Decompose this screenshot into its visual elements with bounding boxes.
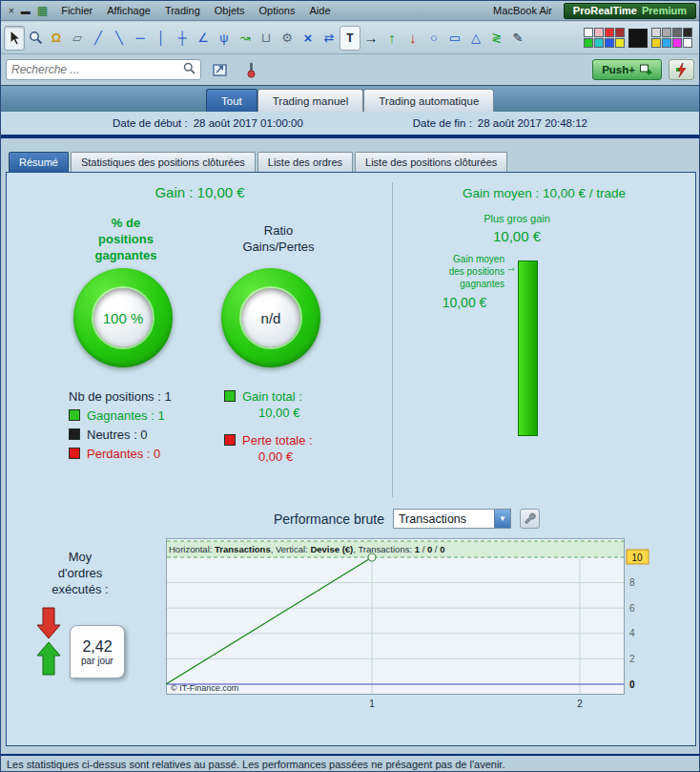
color-swatch[interactable] xyxy=(651,38,661,48)
menu-trading[interactable]: Trading xyxy=(165,5,200,16)
loss-total-swatch xyxy=(224,434,236,446)
tab-liste-ordres[interactable]: Liste des ordres xyxy=(257,152,353,172)
search-box[interactable] xyxy=(6,59,201,80)
alarm-bell-icon[interactable]: Ω xyxy=(46,26,67,51)
performance-chart: © IT-Finance.com 10 8 6 4 2 0 1 2 Horizo… xyxy=(166,538,654,721)
color-swatch[interactable] xyxy=(662,28,671,37)
trash-icon[interactable]: ⊔ xyxy=(256,26,277,51)
end-date: Date de fin : 28 août 2017 20:48:12 xyxy=(413,117,587,129)
push-button-label: Push+ xyxy=(602,64,635,75)
color-swatch[interactable] xyxy=(683,38,692,48)
chart-header-losses: 0 xyxy=(440,544,444,554)
rectangle-tool-icon[interactable]: ▭ xyxy=(444,26,465,51)
searchrow-right: Push+ xyxy=(592,59,694,80)
color-swatch[interactable] xyxy=(594,38,604,48)
pitchfork-icon[interactable]: ψ xyxy=(214,26,235,51)
xtick-1: 1 xyxy=(369,699,375,709)
gain-total-label: Gain total : xyxy=(242,389,302,404)
sell-arrow-icon[interactable]: ↓ xyxy=(402,26,423,51)
close-icon[interactable]: × xyxy=(9,6,14,16)
tools-icon[interactable]: ⚙ xyxy=(277,26,298,51)
ruler-icon[interactable]: ▱ xyxy=(67,26,88,51)
tab-trading-automatique[interactable]: Trading automatique xyxy=(363,89,494,112)
application-window: × ▬ ▦ Fichier Affichage Trading Objets O… xyxy=(0,0,700,772)
search-input[interactable] xyxy=(11,63,183,76)
average-gain-headline: Gain moyen : 10,00 € / trade xyxy=(393,186,695,200)
gain-total-value: 10,00 € xyxy=(224,406,367,425)
color-swatch[interactable] xyxy=(683,28,692,37)
horizontal-line-icon[interactable]: ─ xyxy=(130,26,151,51)
pointer-tool-icon[interactable] xyxy=(4,26,25,51)
fan-lines-icon[interactable]: ∠ xyxy=(193,26,214,51)
average-gain-label: Gain moyen : xyxy=(463,186,539,200)
menu-fichier[interactable]: Fichier xyxy=(61,5,93,16)
color-swatch[interactable] xyxy=(672,28,682,37)
biggest-gain-value: 10,00 € xyxy=(436,228,598,244)
cross-line-icon[interactable]: ┼ xyxy=(172,26,193,51)
crossed-arrows-icon[interactable]: × xyxy=(298,26,319,51)
active-color-swatch[interactable] xyxy=(628,29,648,48)
color-swatch[interactable] xyxy=(605,28,614,37)
menu-aide[interactable]: Aide xyxy=(309,5,330,16)
tab-resume[interactable]: Résumé xyxy=(9,152,69,172)
segment-icon[interactable]: ╲ xyxy=(109,26,130,51)
start-date-value: 28 août 2017 01:00:00 xyxy=(194,117,303,129)
connection-status-button[interactable] xyxy=(669,59,694,80)
color-swatch[interactable] xyxy=(662,38,671,48)
color-swatch[interactable] xyxy=(584,28,593,37)
arrow-annotation-icon[interactable]: → xyxy=(360,26,381,51)
chart-header-sep4: / xyxy=(432,544,440,554)
minimize-icon[interactable]: ▬ xyxy=(21,6,31,16)
text-tool-icon[interactable]: T xyxy=(340,26,360,51)
open-chart-window-icon[interactable] xyxy=(209,59,232,80)
menu-options[interactable]: Options xyxy=(259,5,296,16)
tab-statistiques-positions[interactable]: Statistiques des positions clôturées xyxy=(71,152,256,172)
push-window-icon xyxy=(640,64,652,75)
instrument-thermometer-icon[interactable] xyxy=(239,59,262,80)
chart-settings-button[interactable] xyxy=(520,509,540,529)
trendline-icon[interactable]: ╱ xyxy=(88,26,109,51)
color-swatch[interactable] xyxy=(615,38,625,48)
winning-pct-title: % de positions gagnantes xyxy=(31,215,221,263)
lightning-icon xyxy=(675,63,688,77)
zigzag-icon[interactable]: ≷ xyxy=(486,26,507,51)
tab-trading-manuel[interactable]: Trading manuel xyxy=(257,89,363,112)
price-pattern-icon[interactable]: ↝ xyxy=(235,26,256,51)
buy-arrow-icon[interactable]: ↑ xyxy=(381,26,402,51)
chart-header-v-value: Devise (€) xyxy=(310,544,353,554)
date-range-bar: Date de début : 28 août 2017 01:00:00 Da… xyxy=(1,112,699,138)
losers-text: Perdantes : 0 xyxy=(87,447,160,461)
menu-objets[interactable]: Objets xyxy=(215,5,245,16)
chevron-down-icon[interactable]: ▼ xyxy=(494,510,510,528)
brand-badge: ProRealTime Premium xyxy=(564,3,696,19)
zoom-icon[interactable] xyxy=(25,26,46,51)
avg-win-value: 10,00 € xyxy=(421,295,508,310)
menu-affichage[interactable]: Affichage xyxy=(107,5,151,16)
pencil-plus-icon[interactable]: ✎ xyxy=(507,26,528,51)
search-icon[interactable] xyxy=(183,61,196,78)
push-button[interactable]: Push+ xyxy=(592,59,662,80)
statusbar-text: Les statistiques ci-dessus sont relative… xyxy=(7,759,504,770)
winning-pct-gauge: 100 % xyxy=(73,268,173,367)
ellipse-tool-icon[interactable]: ○ xyxy=(423,26,444,51)
color-swatch[interactable] xyxy=(672,38,682,48)
tab-liste-positions[interactable]: Liste des positions clôturées xyxy=(355,152,507,172)
swap-arrows-icon[interactable]: ⇄ xyxy=(319,26,340,51)
tab-tout[interactable]: Tout xyxy=(206,89,257,112)
performance-controls: Performance brute Transactions ▼ xyxy=(274,509,540,529)
color-swatch[interactable] xyxy=(584,38,593,48)
end-date-label: Date de fin : xyxy=(413,117,472,129)
performance-mode-select[interactable]: Transactions ▼ xyxy=(393,509,511,529)
ytick-4: 4 xyxy=(629,628,635,638)
triangle-tool-icon[interactable]: △ xyxy=(465,26,486,51)
color-swatch[interactable] xyxy=(615,28,625,37)
avg-win-arrow-icon: → xyxy=(505,261,517,274)
chart-header-sep1: , Vertical: xyxy=(271,544,311,554)
color-swatch[interactable] xyxy=(605,38,614,48)
vertical-line-icon[interactable]: │ xyxy=(151,26,172,51)
color-swatch[interactable] xyxy=(651,28,661,37)
color-palette xyxy=(584,28,696,48)
chart-header-sep2: , Transactions: xyxy=(353,544,414,554)
ratio-gauge-hole: n/d xyxy=(241,288,300,347)
color-swatch[interactable] xyxy=(594,28,604,37)
